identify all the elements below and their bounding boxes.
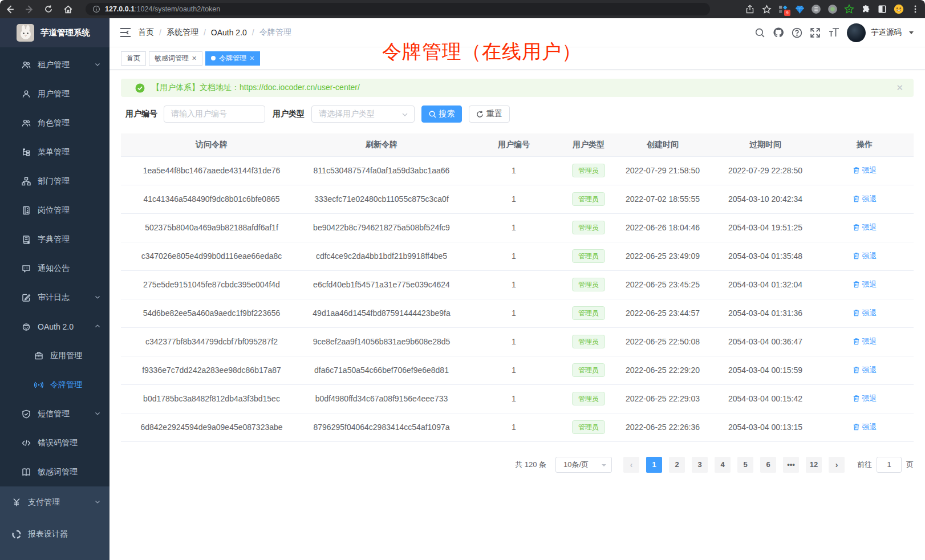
breadcrumb-item[interactable]: 首页 [138,27,154,38]
extension-badge: 9 [784,10,790,16]
prev-page-button[interactable]: ‹ [623,457,639,473]
alert-link[interactable]: https://doc.iocoder.cn/user-center/ [240,83,360,92]
sidebar-item-租户管理[interactable]: 租户管理 [0,50,109,79]
user-type-cell: 管理员 [567,185,610,213]
tab-敏感词管理[interactable]: 敏感词管理✕ [149,51,202,66]
sidebar-item-字典管理[interactable]: 字典管理 [0,225,109,254]
hamburger-icon[interactable] [120,27,131,38]
user-type-badge: 管理员 [572,164,605,177]
sidebar-item-支付管理[interactable]: 支付管理 [0,486,109,518]
sidebar-item-角色管理[interactable]: 角色管理 [0,108,109,137]
page-button-12[interactable]: 12 [806,457,822,473]
user-type-badge: 管理员 [572,363,605,377]
sidebar-item-短信管理[interactable]: 短信管理 [0,399,109,428]
split-screen-icon[interactable] [877,4,887,14]
sidebar-item-通知公告[interactable]: 通知公告 [0,254,109,283]
access-token-cell: 54d6be82ee5a460a9aedc1f9bf223656 [121,299,302,327]
sensitive-icon [22,468,31,477]
page-size-select[interactable]: 10条/页 [555,457,612,473]
sidebar-item-用户管理[interactable]: 用户管理 [0,79,109,108]
chevron-down-icon [94,60,101,70]
action-cell: 强退 [816,242,914,270]
reset-button[interactable]: 重置 [469,105,510,123]
page-button-5[interactable]: 5 [737,457,753,473]
page-ellipsis[interactable]: ••• [783,457,799,473]
user-id-input[interactable]: 请输入用户编号 [164,105,265,123]
sidebar-item-菜单管理[interactable]: 菜单管理 [0,137,109,167]
header-search-icon[interactable] [754,27,765,38]
bookmark-star-icon[interactable] [761,4,772,14]
force-logout-button[interactable]: 强退 [853,422,877,432]
force-logout-button[interactable]: 强退 [853,279,877,290]
refresh-token-cell: be90422b8c7946218275a508bf524fc9 [302,213,461,242]
sidebar-item-岗位管理[interactable]: 岗位管理 [0,196,109,225]
sidebar-item-应用管理[interactable]: 应用管理 [0,341,109,370]
expires-cell: 2054-03-04 00:15:59 [715,356,816,384]
back-icon[interactable] [0,0,19,18]
next-page-button[interactable]: › [829,457,845,473]
avatar[interactable] [847,23,866,42]
breadcrumb-item[interactable]: OAuth 2.0 [211,28,247,37]
tab-close-icon[interactable]: ✕ [192,55,197,62]
tab-close-icon[interactable]: ✕ [249,55,254,62]
force-logout-button[interactable]: 强退 [853,222,877,233]
doc-alert: 【用户体系】文档地址：https://doc.iocoder.cn/user-c… [121,79,914,97]
address-bar[interactable]: 127.0.0.1:1024/system/oauth2/token [86,3,710,15]
sidebar-item-令牌管理[interactable]: 令牌管理 [0,370,109,399]
alert-close-icon[interactable]: ✕ [896,83,903,93]
user-type-cell: 管理员 [567,299,610,327]
token-icon [34,380,43,389]
sidebar-item-报表设计器[interactable]: 报表设计器 [0,518,109,550]
search-button[interactable]: 搜索 [421,105,462,123]
emoji-avatar-icon[interactable] [894,4,904,14]
tab-令牌管理[interactable]: 令牌管理✕ [205,51,260,66]
browser-menu-icon[interactable] [910,4,920,14]
tab-首页[interactable]: 首页 [121,51,146,66]
notice-icon [22,264,31,273]
table-row: 41c41346a548490f9dc8b01c6bfe0865333ecfc7… [121,185,914,213]
font-size-icon[interactable] [828,27,839,38]
user-id-cell: 1 [461,156,567,185]
sidebar-item-错误码管理[interactable]: 错误码管理 [0,428,109,457]
refresh-token-cell: e6cfd40eb1f54571a31e775e039c4624 [302,270,461,299]
github-icon[interactable] [773,27,784,38]
force-logout-button[interactable]: 强退 [853,365,877,375]
force-logout-button[interactable]: 强退 [853,308,877,318]
force-logout-button[interactable]: 强退 [853,251,877,261]
sidebar-item-审计日志[interactable]: 审计日志 [0,283,109,312]
column-header: 操作 [816,133,914,156]
user-type-select[interactable]: 请选择用户类型 [311,105,415,123]
page-button-2[interactable]: 2 [669,457,685,473]
goto-page-input[interactable]: 1 [877,457,902,473]
app-icon [34,351,43,360]
page-button-6[interactable]: 6 [760,457,776,473]
force-logout-button[interactable]: 强退 [853,393,877,404]
forward-icon[interactable] [19,0,39,18]
sidebar-item-OAuth 2.0[interactable]: OAuth 2.0 [0,312,109,341]
reload-icon[interactable] [39,0,58,18]
share-icon[interactable] [745,4,755,14]
breadcrumb-item[interactable]: 系统管理 [167,27,198,38]
record-extension-icon[interactable] [827,4,838,14]
force-logout-button[interactable]: 强退 [853,194,877,204]
user-type-cell: 管理员 [567,213,610,242]
help-icon[interactable] [792,27,802,38]
user-id-cell: 1 [461,327,567,356]
sidebar-item-部门管理[interactable]: 部门管理 [0,167,109,196]
page-button-4[interactable]: 4 [715,457,731,473]
star-extension-icon[interactable] [844,4,854,14]
puzzle-icon[interactable] [861,4,871,14]
force-logout-button[interactable]: 强退 [853,165,877,176]
command-extension-icon[interactable] [811,4,821,14]
force-logout-button[interactable]: 强退 [853,336,877,347]
user-type-cell: 管理员 [567,156,610,185]
page-button-1[interactable]: 1 [646,457,662,473]
fullscreen-icon[interactable] [810,27,821,38]
user-caret-icon[interactable] [909,31,914,34]
home-icon[interactable] [58,0,78,18]
user-id-cell: 1 [461,242,567,270]
sidebar-item-敏感词管理[interactable]: 敏感词管理 [0,457,109,486]
extension-grid-icon[interactable]: 9 [778,4,788,14]
page-button-3[interactable]: 3 [692,457,708,473]
gem-extension-icon[interactable] [794,4,805,14]
